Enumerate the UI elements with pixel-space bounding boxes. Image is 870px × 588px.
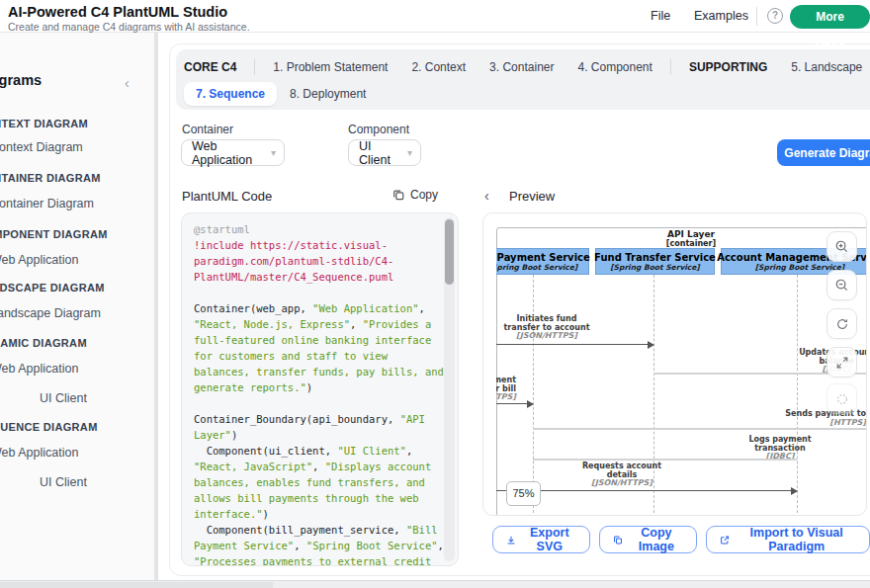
tab-landscape[interactable]: 5. Landscape [791,60,862,74]
download-icon [506,534,516,546]
message-label: Initiates fund transfer to account [JSON… [496,315,626,341]
code-scrollbar-thumb[interactable] [445,219,454,285]
diagram-canvas: API Layer [container] Bill Payment Servi… [496,227,866,515]
boundary-name: API Layer [592,229,790,239]
sidebar-section-landscape: LANDSCAPE DIAGRAM [0,282,105,294]
copy-image-button[interactable]: Copy Image [599,526,698,553]
tab-component[interactable]: 4. Component [577,60,652,74]
zoom-out-icon [834,278,849,293]
app-subtitle: Create and manage C4 diagrams with AI as… [8,21,250,33]
sidebar-item-ui-client[interactable]: UI Client [40,391,87,405]
boundary-label: API Layer [container] [592,229,790,248]
sidebar-scrollbar[interactable] [154,33,158,580]
copy-icon [613,534,623,546]
sidebar-collapse-icon[interactable]: ‹ [125,75,130,91]
zoom-level-badge: 75% [506,481,541,506]
tab-container[interactable]: 3. Container [489,60,554,74]
message-line [533,428,866,430]
container-select-label: Container [182,123,233,136]
component-select-label: Component [348,123,409,136]
sidebar-section-component: COMPONENT DIAGRAM [0,228,108,240]
preview-actions: Export SVG Copy Image Import to Visual P… [492,526,870,553]
generate-diagram-button[interactable]: Generate Diagram [777,139,870,166]
tab-sequence[interactable]: 7. Sequence [184,82,277,106]
copy-icon [392,189,404,201]
copy-code-button[interactable]: Copy [392,188,438,202]
sidebar-item-ui-client[interactable]: UI Client [40,475,87,489]
app-title: AI-Powered C4 PlantUML Studio [8,4,227,20]
refresh-button[interactable] [826,308,857,339]
lifeline [533,275,534,513]
chevron-down-icon: ▾ [271,147,276,158]
tab-divider [670,59,671,75]
arrowhead-icon [648,341,654,349]
copy-button-label: Copy [410,188,438,202]
zoom-in-icon [834,239,849,254]
reset-view-icon [835,392,849,406]
message-label: Logs payment transaction [JDBC] [701,436,859,462]
component-select-value: UI Client [359,139,399,167]
tab-deployment[interactable]: 8. Deployment [290,87,366,101]
sidebar-item-container-diagram[interactable]: Container Diagram [0,197,94,210]
refresh-icon [835,317,849,331]
sidebar-item-context-diagram[interactable]: Context Diagram [0,140,83,154]
menu-examples[interactable]: Examples [694,9,748,23]
export-svg-button[interactable]: Export SVG [492,526,590,553]
sidebar-section-container: CONTAINER DIAGRAM [0,172,101,184]
fullscreen-icon [835,356,849,370]
message-line [533,459,797,461]
tab-divider [254,59,255,75]
preview-panel-title: Preview [509,189,555,204]
container-select[interactable]: Web Application ▾ [181,139,285,166]
help-icon[interactable]: ? [767,8,783,24]
message-label: Submits payment for bill [HTTPS] [496,377,516,402]
container-select-value: Web Application [192,139,263,167]
app-header: AI-Powered C4 PlantUML Studio Create and… [0,0,870,33]
message-arrow [496,490,797,491]
participant-fund-transfer-service: Fund Transfer Service [Spring Boot Servi… [595,248,715,275]
tab-bar: CORE C4 1. Problem Statement 2. Context … [176,49,870,110]
tab-problem-statement[interactable]: 1. Problem Statement [273,60,388,74]
header-divider [756,7,757,26]
message-arrow [496,344,653,345]
boundary-stereotype: [container] [592,239,790,248]
zoom-in-button[interactable] [826,231,857,262]
zoom-out-button[interactable] [826,270,857,300]
tab-context[interactable]: 2. Context [411,60,466,74]
component-select[interactable]: UI Client ▾ [348,139,421,166]
reset-view-button[interactable] [826,383,857,414]
participant-bill-payment-service: Bill Payment Service [Spring Boot Servic… [496,248,589,275]
code-lines: @startuml!include https://static.visual-… [194,221,437,566]
code-editor[interactable]: @startuml!include https://static.visual-… [181,212,459,566]
sidebar-title: Diagrams [0,72,42,88]
horizontal-scrollbar-thumb[interactable] [0,582,273,588]
sidebar-item-web-application[interactable]: Web Application [0,446,78,460]
sidebar-item-web-application[interactable]: Web Application [0,362,78,376]
tab-group-core-c4: CORE C4 [184,60,236,74]
message-label: Requests account details [JSON/HTTPS] [543,462,701,488]
sidebar-section-sequence: SEQUENCE DIAGRAM [0,421,98,433]
fullscreen-button[interactable] [826,347,857,378]
code-scrollbar-track[interactable] [444,217,455,561]
chevron-down-icon: ▾ [407,147,412,158]
arrowhead-icon [527,400,534,408]
menu-file[interactable]: File [651,9,670,23]
sidebar-section-context: CONTEXT DIAGRAM [0,118,88,129]
code-panel-title: PlantUML Code [182,189,272,204]
import-to-visual-paradigm-button[interactable]: Import to Visual Paradigm [706,526,870,553]
sidebar-item-web-application[interactable]: Web Application [0,253,78,267]
preview-collapse-icon[interactable]: ‹ [484,188,489,204]
diagram-preview[interactable]: API Layer [container] Bill Payment Servi… [482,212,867,516]
message-arrow [496,403,533,404]
horizontal-scrollbar[interactable] [0,580,870,588]
external-link-icon [720,534,730,546]
tab-group-supporting: SUPPORTING [689,60,767,74]
more-apps-button[interactable]: More Apps [790,5,870,29]
lifeline [797,275,798,513]
sidebar-section-dynamic: DYNAMIC DIAGRAM [0,337,87,349]
sidebar-item-landscape-diagram[interactable]: Landscape Diagram [0,306,101,320]
sidebar: Diagrams CONTEXT DIAGRAM Context Diagram… [0,33,154,580]
arrowhead-icon [791,487,798,495]
